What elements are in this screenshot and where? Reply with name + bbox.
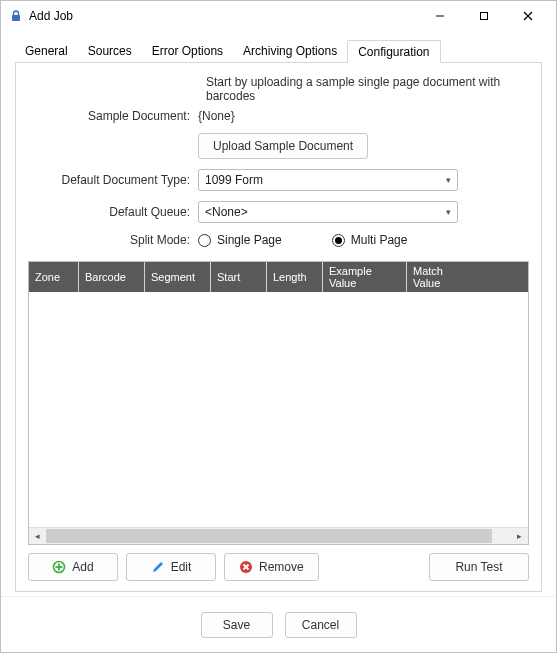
dialog-window: Add Job General Sources Error Options Ar…	[0, 0, 557, 653]
close-button[interactable]	[506, 2, 550, 30]
default-document-type-select[interactable]: 1099 Form ▾	[198, 169, 458, 191]
upload-button-label: Upload Sample Document	[213, 139, 353, 153]
edit-button-label: Edit	[171, 560, 192, 574]
split-mode-multi-label: Multi Page	[351, 233, 408, 247]
scroll-track[interactable]	[46, 528, 511, 544]
split-mode-multi-radio[interactable]: Multi Page	[332, 233, 408, 247]
chevron-down-icon: ▾	[446, 175, 451, 185]
default-queue-value: <None>	[205, 205, 446, 219]
zones-table: ZoneBarcodeSegmentStartLengthExampleValu…	[28, 261, 529, 545]
add-button-label: Add	[72, 560, 93, 574]
tabstrip: General Sources Error Options Archiving …	[15, 39, 542, 63]
edit-button[interactable]: Edit	[126, 553, 216, 581]
sample-document-label: Sample Document:	[28, 109, 198, 123]
window-title: Add Job	[29, 9, 418, 23]
minimize-button[interactable]	[418, 2, 462, 30]
tab-error-options[interactable]: Error Options	[142, 40, 233, 63]
column-header[interactable]: Barcode	[79, 262, 145, 292]
column-header[interactable]: Segment	[145, 262, 211, 292]
cancel-button-label: Cancel	[302, 618, 339, 632]
dialog-footer: Save Cancel	[1, 596, 556, 652]
remove-button[interactable]: Remove	[224, 553, 319, 581]
lock-icon	[9, 9, 23, 23]
tabpanel-configuration: Start by uploading a sample single page …	[15, 63, 542, 592]
default-document-type-value: 1099 Form	[205, 173, 446, 187]
tab-configuration[interactable]: Configuration	[347, 40, 440, 63]
split-mode-single-radio[interactable]: Single Page	[198, 233, 282, 247]
chevron-down-icon: ▾	[446, 207, 451, 217]
remove-button-label: Remove	[259, 560, 304, 574]
plus-circle-icon	[52, 560, 66, 574]
scroll-left-icon[interactable]: ◂	[29, 528, 46, 545]
column-header[interactable]: Length	[267, 262, 323, 292]
scroll-thumb[interactable]	[46, 529, 492, 543]
svg-rect-2	[481, 13, 488, 20]
cancel-button[interactable]: Cancel	[285, 612, 357, 638]
column-header[interactable]: Zone	[29, 262, 79, 292]
column-header[interactable]: Start	[211, 262, 267, 292]
pencil-icon	[151, 560, 165, 574]
tab-general[interactable]: General	[15, 40, 78, 63]
column-header[interactable]: ExampleValue	[323, 262, 407, 292]
dialog-body: General Sources Error Options Archiving …	[1, 31, 556, 596]
scroll-right-icon[interactable]: ▸	[511, 528, 528, 545]
save-button-label: Save	[223, 618, 250, 632]
maximize-button[interactable]	[462, 2, 506, 30]
add-button[interactable]: Add	[28, 553, 118, 581]
upload-sample-document-button[interactable]: Upload Sample Document	[198, 133, 368, 159]
table-header: ZoneBarcodeSegmentStartLengthExampleValu…	[29, 262, 528, 292]
table-body	[29, 292, 528, 527]
default-queue-select[interactable]: <None> ▾	[198, 201, 458, 223]
titlebar: Add Job	[1, 1, 556, 31]
x-circle-icon	[239, 560, 253, 574]
split-mode-label: Split Mode:	[28, 233, 198, 247]
split-mode-single-label: Single Page	[217, 233, 282, 247]
radio-icon	[332, 234, 345, 247]
default-queue-label: Default Queue:	[28, 205, 198, 219]
horizontal-scrollbar[interactable]: ◂ ▸	[29, 527, 528, 544]
run-test-button-label: Run Test	[455, 560, 502, 574]
default-document-type-label: Default Document Type:	[28, 173, 198, 187]
instruction-text: Start by uploading a sample single page …	[206, 75, 529, 103]
run-test-button[interactable]: Run Test	[429, 553, 529, 581]
svg-rect-0	[12, 15, 20, 21]
column-header[interactable]: MatchValue	[407, 262, 528, 292]
radio-icon	[198, 234, 211, 247]
save-button[interactable]: Save	[201, 612, 273, 638]
tab-sources[interactable]: Sources	[78, 40, 142, 63]
sample-document-value: {None}	[198, 109, 235, 123]
table-actions: Add Edit Remove Run Test	[28, 553, 529, 581]
tab-archiving-options[interactable]: Archiving Options	[233, 40, 347, 63]
